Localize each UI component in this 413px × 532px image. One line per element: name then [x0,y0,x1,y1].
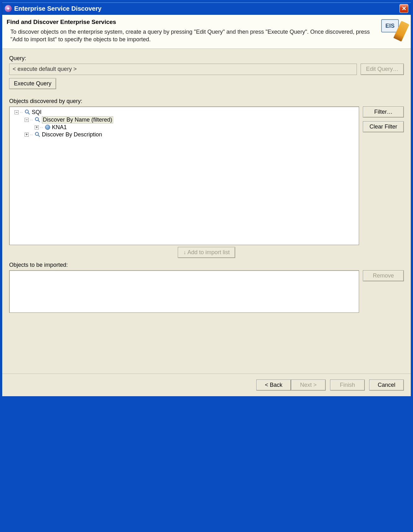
svg-point-2 [35,117,38,121]
eis-icon-label: EIS [381,19,399,32]
svg-line-1 [28,113,30,114]
tree-node-kna1[interactable]: + ·· KNA1 [11,124,358,131]
close-button[interactable]: ✕ [399,4,408,13]
tree-node-label: SQI [32,109,42,116]
filter-button[interactable]: Filter… [363,106,404,117]
app-icon: ✦ [5,5,12,12]
execute-query-button[interactable]: Execute Query [9,78,56,89]
expand-icon[interactable]: + [25,133,29,137]
back-button[interactable]: < Back [256,380,291,391]
wizard-header: Find and Discover Enterprise Services To… [2,15,411,49]
collapse-icon[interactable]: − [15,110,19,114]
tree-node-root[interactable]: − ·· SQI [11,109,358,116]
finish-button[interactable]: Finish [330,380,365,391]
dialog-window: ✦ Enterprise Service Discovery ✕ Find an… [2,2,411,397]
next-button[interactable]: Next > [291,380,326,391]
query-label: Query: [9,55,404,62]
svg-line-3 [38,120,40,122]
eis-icon: EIS [381,19,406,41]
import-label: Objects to be imported: [9,262,404,268]
add-to-import-button[interactable]: ↓ Add to import list [178,247,235,258]
query-node-icon [34,131,41,138]
query-node-icon [24,109,31,115]
svg-point-0 [25,110,28,113]
titlebar[interactable]: ✦ Enterprise Service Discovery ✕ [2,2,411,15]
collapse-icon[interactable]: − [25,118,29,122]
tree-node-by-name[interactable]: − ·· Discover By Name (filtered) [11,116,358,124]
query-input[interactable]: < execute default query > [9,64,357,75]
import-list[interactable] [9,270,359,313]
svg-point-4 [35,132,38,135]
page-title: Find and Discover Enterprise Services [7,19,377,26]
window-title: Enterprise Service Discovery [14,5,102,12]
svg-line-5 [38,135,40,137]
query-node-icon [34,117,41,123]
clear-filter-button[interactable]: Clear Filter [363,121,404,132]
close-icon: ✕ [402,5,406,12]
wizard-footer: < Back Next > Finish Cancel [2,374,411,396]
edit-query-button[interactable]: Edit Query… [361,64,404,75]
discovered-tree[interactable]: − ·· SQI − ·· Discover By Name (fil [9,106,359,245]
table-node-icon [44,124,51,130]
tree-node-label: Discover By Description [42,131,102,138]
expand-icon[interactable]: + [35,125,39,129]
page-description: To discover objects on the enterprise sy… [7,28,377,43]
tree-node-label: KNA1 [52,124,67,131]
remove-button[interactable]: Remove [363,270,404,281]
cancel-button[interactable]: Cancel [369,380,404,391]
tree-node-by-desc[interactable]: + ·· Discover By Description [11,131,358,138]
tree-node-label: Discover By Name (filtered) [42,116,113,123]
discovered-label: Objects discovered by query: [9,98,404,105]
